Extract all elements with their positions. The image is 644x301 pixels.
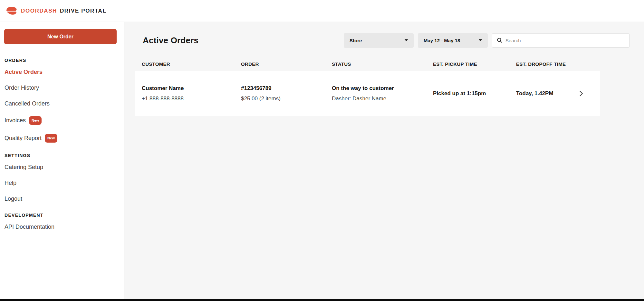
store-dropdown[interactable]: Store [344, 33, 414, 48]
sidebar-item-label: Active Orders [5, 69, 43, 75]
sidebar-item-label: Cancelled Orders [5, 100, 50, 107]
sidebar-item-label: Catering Setup [5, 164, 43, 171]
column-header-customer: CUSTOMER [142, 61, 241, 67]
sidebar-section-settings: SETTINGS [5, 153, 120, 158]
pickup-time: Picked up at 1:15pm [433, 90, 516, 97]
column-header-pickup-time: EST. PICKUP TIME [433, 61, 516, 67]
sidebar-item-api-documentation[interactable]: API Documentation [5, 219, 120, 235]
customer-cell: Customer Name +1 888-888-8888 [142, 85, 241, 102]
sidebar-item-invoices[interactable]: Invoices New [5, 112, 120, 129]
sidebar-item-catering-setup[interactable]: Catering Setup [5, 159, 120, 175]
sidebar-item-label: API Documentation [5, 224, 54, 230]
table-header: CUSTOMER ORDER STATUS EST. PICKUP TIME E… [135, 61, 600, 67]
top-header: DOORDASH DRIVE PORTAL [0, 0, 644, 22]
sidebar-item-label: Logout [5, 196, 22, 202]
store-dropdown-label: Store [350, 38, 362, 43]
search-icon [497, 37, 503, 43]
main-content: Active Orders Store May 12 - May 18 [124, 22, 644, 299]
sidebar-section-development: DEVELOPMENT [5, 213, 120, 218]
brand-wordmark: DOORDASH DRIVE PORTAL [21, 8, 107, 14]
chevron-right-icon [580, 91, 583, 96]
sidebar-item-order-history[interactable]: Order History [5, 80, 120, 96]
sidebar-section-orders: ORDERS [5, 58, 120, 63]
status-dasher: Dasher: Dasher Name [332, 95, 433, 102]
date-range-dropdown[interactable]: May 12 - May 18 [418, 33, 488, 48]
search-input[interactable] [505, 38, 625, 43]
doordash-logo-icon [6, 6, 17, 15]
dropoff-time: Today, 1.42PM [516, 90, 572, 97]
topbar: Active Orders Store May 12 - May 18 [135, 33, 630, 48]
brand-drive-portal: DRIVE PORTAL [60, 8, 107, 14]
sidebar-item-label: Invoices [5, 117, 26, 124]
new-badge: New [45, 134, 57, 143]
column-header-dropoff-time: EST. DROPOFF TIME [516, 61, 572, 67]
order-cell: #123456789 $25.00 (2 items) [241, 85, 332, 102]
customer-phone: +1 888-888-8888 [142, 95, 241, 102]
order-row[interactable]: Customer Name +1 888-888-8888 #123456789… [135, 71, 600, 116]
row-detail-chevron[interactable] [572, 91, 590, 96]
sidebar-item-help[interactable]: Help [5, 175, 120, 191]
new-badge: New [29, 116, 42, 125]
sidebar-item-quality-report[interactable]: Quality Report New [5, 129, 120, 147]
status-cell: On the way to customer Dasher: Dasher Na… [332, 85, 433, 102]
sidebar: New Order ORDERS Active Orders Order His… [0, 22, 124, 299]
sidebar-item-active-orders[interactable]: Active Orders [5, 64, 120, 80]
sidebar-item-logout[interactable]: Logout [5, 191, 120, 207]
caret-down-icon [405, 39, 408, 41]
order-total: $25.00 (2 items) [241, 95, 332, 102]
date-range-label: May 12 - May 18 [424, 38, 460, 43]
sidebar-item-label: Help [5, 180, 16, 186]
sidebar-item-cancelled-orders[interactable]: Cancelled Orders [5, 96, 120, 112]
caret-down-icon [479, 39, 482, 41]
sidebar-nav: ORDERS Active Orders Order History Cance… [4, 58, 120, 235]
customer-name: Customer Name [142, 85, 241, 92]
column-header-order: ORDER [241, 61, 332, 67]
brand-doordash: DOORDASH [21, 8, 57, 14]
order-id: #123456789 [241, 85, 332, 92]
column-header-status: STATUS [332, 61, 433, 67]
filters: Store May 12 - May 18 [344, 33, 630, 48]
sidebar-item-label: Quality Report [5, 135, 42, 142]
status-primary: On the way to customer [332, 85, 433, 92]
new-order-button[interactable]: New Order [4, 29, 117, 44]
search-box[interactable] [492, 33, 630, 48]
sidebar-item-label: Order History [5, 85, 39, 91]
page-title: Active Orders [143, 35, 198, 45]
bottom-bar [0, 299, 644, 301]
